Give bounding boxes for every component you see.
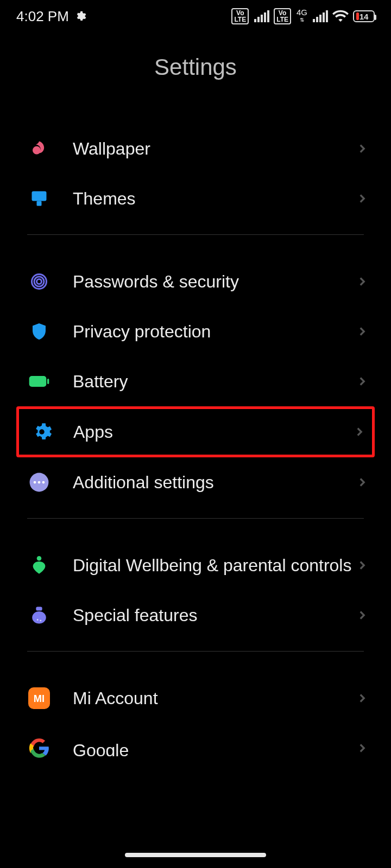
volte-icon-2: VoLTE bbox=[274, 8, 291, 24]
chevron-right-icon bbox=[355, 192, 369, 206]
svg-point-10 bbox=[38, 481, 41, 484]
chevron-right-icon bbox=[355, 475, 369, 489]
status-right: VoLTE VoLTE 4G⇅ 14 bbox=[231, 8, 375, 24]
chevron-right-icon bbox=[355, 142, 369, 156]
row-additional[interactable]: Additional settings bbox=[0, 457, 391, 507]
row-google[interactable]: Google bbox=[0, 723, 391, 760]
svg-point-7 bbox=[39, 429, 45, 435]
apps-gear-icon bbox=[30, 420, 54, 444]
wallpaper-icon bbox=[27, 137, 51, 161]
battery-icon: 14 bbox=[353, 10, 375, 22]
home-indicator[interactable] bbox=[125, 853, 266, 857]
wifi-icon bbox=[332, 8, 349, 24]
gear-icon bbox=[74, 10, 86, 22]
row-themes[interactable]: Themes bbox=[0, 174, 391, 224]
row-wallpaper[interactable]: Wallpaper bbox=[0, 124, 391, 174]
settings-list: Wallpaper Themes Passwords & security Pr… bbox=[0, 124, 391, 760]
row-label: Additional settings bbox=[73, 472, 355, 493]
chevron-right-icon bbox=[355, 691, 369, 705]
row-label: Passwords & security bbox=[73, 271, 355, 292]
chevron-right-icon bbox=[352, 425, 367, 439]
row-passwords[interactable]: Passwords & security bbox=[0, 257, 391, 307]
row-wellbeing[interactable]: Digital Wellbeing & parental controls bbox=[0, 540, 391, 590]
row-label: Wallpaper bbox=[73, 138, 355, 159]
more-icon bbox=[27, 470, 51, 494]
signal-icon-2 bbox=[313, 10, 328, 22]
status-bar: 4:02 PM VoLTE VoLTE 4G⇅ 14 bbox=[0, 0, 391, 33]
row-label: Google bbox=[73, 740, 355, 756]
row-label: Apps bbox=[73, 422, 352, 442]
svg-point-14 bbox=[32, 611, 46, 624]
divider bbox=[27, 234, 364, 235]
row-label: Battery bbox=[73, 371, 355, 392]
chevron-right-icon bbox=[355, 558, 369, 572]
svg-rect-0 bbox=[32, 192, 47, 201]
row-label: Themes bbox=[73, 188, 355, 209]
row-apps[interactable]: Apps bbox=[16, 406, 375, 457]
signal-icon bbox=[254, 10, 269, 22]
svg-text:MI: MI bbox=[34, 693, 45, 704]
svg-point-4 bbox=[37, 279, 42, 284]
mi-icon: MI bbox=[27, 686, 51, 710]
svg-point-12 bbox=[37, 556, 42, 561]
chevron-right-icon bbox=[355, 741, 369, 755]
row-special[interactable]: Special features bbox=[0, 590, 391, 640]
row-label: Digital Wellbeing & parental controls bbox=[73, 555, 355, 576]
chevron-right-icon bbox=[355, 374, 369, 388]
shield-icon bbox=[27, 320, 51, 343]
chevron-right-icon bbox=[355, 324, 369, 339]
row-label: Mi Account bbox=[73, 688, 355, 709]
volte-icon: VoLTE bbox=[231, 8, 249, 24]
themes-icon bbox=[27, 187, 51, 210]
svg-rect-1 bbox=[37, 201, 42, 206]
row-privacy[interactable]: Privacy protection bbox=[0, 307, 391, 356]
svg-rect-5 bbox=[29, 376, 47, 387]
status-time: 4:02 PM bbox=[16, 8, 69, 25]
network-label: 4G⇅ bbox=[297, 9, 307, 24]
svg-rect-6 bbox=[47, 379, 49, 384]
fingerprint-icon bbox=[27, 270, 51, 293]
svg-point-3 bbox=[34, 277, 44, 286]
row-label: Special features bbox=[73, 605, 355, 626]
svg-rect-13 bbox=[36, 607, 42, 610]
battery-item-icon bbox=[27, 369, 51, 393]
divider bbox=[27, 651, 364, 652]
divider bbox=[27, 518, 364, 519]
status-left: 4:02 PM bbox=[16, 8, 86, 25]
page-title: Settings bbox=[0, 54, 391, 80]
google-icon bbox=[27, 736, 51, 760]
row-mi-account[interactable]: MI Mi Account bbox=[0, 673, 391, 723]
svg-point-15 bbox=[37, 619, 39, 621]
row-battery[interactable]: Battery bbox=[0, 356, 391, 406]
chevron-right-icon bbox=[355, 275, 369, 289]
svg-point-11 bbox=[42, 481, 45, 484]
wellbeing-icon bbox=[27, 553, 51, 577]
chevron-right-icon bbox=[355, 608, 369, 622]
svg-point-16 bbox=[40, 620, 41, 622]
svg-point-9 bbox=[34, 481, 36, 484]
row-label: Privacy protection bbox=[73, 321, 355, 342]
flask-icon bbox=[27, 603, 51, 627]
